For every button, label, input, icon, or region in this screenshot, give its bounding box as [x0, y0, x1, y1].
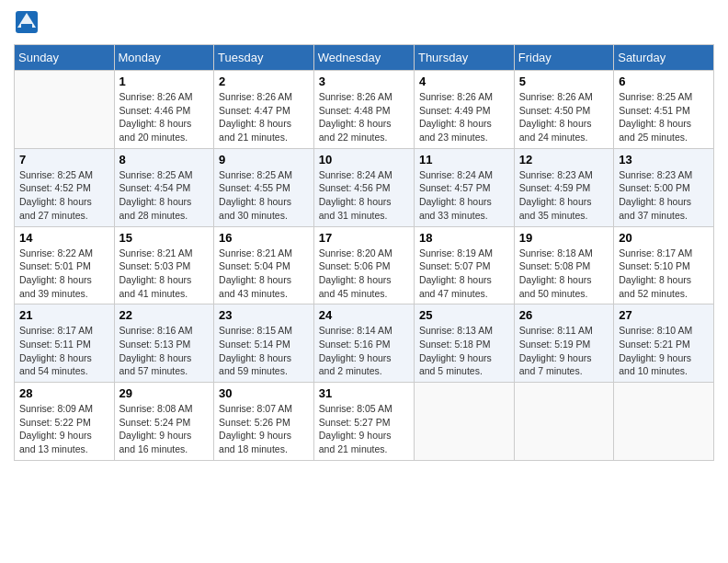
calendar-cell: [414, 383, 514, 461]
day-info: Sunrise: 8:07 AMSunset: 5:26 PMDaylight:…: [219, 402, 309, 456]
calendar-cell: 10Sunrise: 8:24 AMSunset: 4:56 PMDayligh…: [313, 148, 414, 226]
day-number: 11: [419, 153, 509, 167]
day-info: Sunrise: 8:19 AMSunset: 5:07 PMDaylight:…: [419, 247, 509, 301]
day-info: Sunrise: 8:11 AMSunset: 5:19 PMDaylight:…: [519, 324, 609, 378]
calendar-cell: 30Sunrise: 8:07 AMSunset: 5:26 PMDayligh…: [214, 383, 314, 461]
calendar-cell: 27Sunrise: 8:10 AMSunset: 5:21 PMDayligh…: [614, 304, 714, 383]
day-number: 22: [119, 308, 210, 322]
calendar-cell: 24Sunrise: 8:14 AMSunset: 5:16 PMDayligh…: [313, 304, 414, 383]
day-info: Sunrise: 8:26 AMSunset: 4:49 PMDaylight:…: [419, 90, 509, 144]
day-header-friday: Friday: [514, 45, 614, 71]
day-number: 15: [119, 231, 210, 245]
calendar-week-row: 14Sunrise: 8:22 AMSunset: 5:01 PMDayligh…: [15, 226, 714, 304]
day-info: Sunrise: 8:08 AMSunset: 5:24 PMDaylight:…: [119, 402, 210, 456]
calendar-cell: 15Sunrise: 8:21 AMSunset: 5:03 PMDayligh…: [114, 226, 214, 304]
page-header: [14, 9, 714, 35]
calendar-cell: 3Sunrise: 8:26 AMSunset: 4:48 PMDaylight…: [313, 71, 414, 149]
day-header-thursday: Thursday: [414, 45, 514, 71]
calendar-cell: 14Sunrise: 8:22 AMSunset: 5:01 PMDayligh…: [15, 226, 115, 304]
day-number: 30: [219, 386, 309, 400]
day-number: 10: [319, 153, 409, 167]
day-number: 23: [219, 308, 309, 322]
day-info: Sunrise: 8:26 AMSunset: 4:46 PMDaylight:…: [119, 90, 210, 144]
day-info: Sunrise: 8:21 AMSunset: 5:03 PMDaylight:…: [119, 247, 210, 301]
day-number: 27: [619, 308, 709, 322]
day-number: 1: [119, 75, 210, 88]
day-header-monday: Monday: [114, 45, 214, 71]
day-info: Sunrise: 8:23 AMSunset: 5:00 PMDaylight:…: [619, 168, 709, 223]
day-number: 24: [319, 308, 409, 322]
day-header-sunday: Sunday: [15, 45, 115, 71]
day-info: Sunrise: 8:17 AMSunset: 5:11 PMDaylight:…: [19, 324, 109, 378]
day-info: Sunrise: 8:26 AMSunset: 4:50 PMDaylight:…: [519, 90, 609, 144]
day-number: 2: [219, 75, 309, 88]
day-info: Sunrise: 8:25 AMSunset: 4:52 PMDaylight:…: [19, 168, 109, 223]
calendar-cell: 19Sunrise: 8:18 AMSunset: 5:08 PMDayligh…: [514, 226, 614, 304]
calendar-week-row: 7Sunrise: 8:25 AMSunset: 4:52 PMDaylight…: [15, 148, 714, 226]
day-number: 12: [519, 153, 609, 167]
day-info: Sunrise: 8:14 AMSunset: 5:16 PMDaylight:…: [319, 324, 409, 378]
day-number: 14: [19, 231, 109, 245]
calendar-week-row: 1Sunrise: 8:26 AMSunset: 4:46 PMDaylight…: [15, 71, 714, 149]
calendar-cell: 11Sunrise: 8:24 AMSunset: 4:57 PMDayligh…: [414, 148, 514, 226]
day-info: Sunrise: 8:18 AMSunset: 5:08 PMDaylight:…: [519, 247, 609, 301]
day-info: Sunrise: 8:09 AMSunset: 5:22 PMDaylight:…: [19, 402, 109, 456]
calendar-cell: 25Sunrise: 8:13 AMSunset: 5:18 PMDayligh…: [414, 304, 514, 383]
calendar-cell: 6Sunrise: 8:25 AMSunset: 4:51 PMDaylight…: [614, 71, 714, 149]
day-number: 8: [119, 153, 210, 167]
day-number: 19: [519, 231, 609, 245]
day-number: 26: [519, 308, 609, 322]
day-header-saturday: Saturday: [614, 45, 714, 71]
day-number: 7: [19, 153, 109, 167]
day-header-wednesday: Wednesday: [313, 45, 414, 71]
calendar-cell: 20Sunrise: 8:17 AMSunset: 5:10 PMDayligh…: [614, 226, 714, 304]
day-info: Sunrise: 8:25 AMSunset: 4:55 PMDaylight:…: [219, 168, 309, 223]
calendar-cell: 12Sunrise: 8:23 AMSunset: 4:59 PMDayligh…: [514, 148, 614, 226]
day-info: Sunrise: 8:05 AMSunset: 5:27 PMDaylight:…: [319, 402, 409, 456]
day-number: 6: [619, 75, 709, 88]
calendar-cell: 4Sunrise: 8:26 AMSunset: 4:49 PMDaylight…: [414, 71, 514, 149]
calendar-cell: 18Sunrise: 8:19 AMSunset: 5:07 PMDayligh…: [414, 226, 514, 304]
calendar-cell: 5Sunrise: 8:26 AMSunset: 4:50 PMDaylight…: [514, 71, 614, 149]
day-info: Sunrise: 8:16 AMSunset: 5:13 PMDaylight:…: [119, 324, 210, 378]
day-number: 20: [619, 231, 709, 245]
day-number: 3: [319, 75, 409, 88]
calendar-cell: 31Sunrise: 8:05 AMSunset: 5:27 PMDayligh…: [313, 383, 414, 461]
calendar-week-row: 28Sunrise: 8:09 AMSunset: 5:22 PMDayligh…: [15, 383, 714, 461]
day-info: Sunrise: 8:20 AMSunset: 5:06 PMDaylight:…: [319, 247, 409, 301]
day-info: Sunrise: 8:23 AMSunset: 4:59 PMDaylight:…: [519, 168, 609, 223]
svg-rect-2: [21, 24, 32, 29]
day-number: 9: [219, 153, 309, 167]
day-number: 25: [419, 308, 509, 322]
day-info: Sunrise: 8:26 AMSunset: 4:47 PMDaylight:…: [219, 90, 309, 144]
day-info: Sunrise: 8:25 AMSunset: 4:51 PMDaylight:…: [619, 90, 709, 144]
day-number: 16: [219, 231, 309, 245]
day-number: 5: [519, 75, 609, 88]
day-info: Sunrise: 8:25 AMSunset: 4:54 PMDaylight:…: [119, 168, 210, 223]
calendar-cell: 13Sunrise: 8:23 AMSunset: 5:00 PMDayligh…: [614, 148, 714, 226]
calendar-cell: 2Sunrise: 8:26 AMSunset: 4:47 PMDaylight…: [214, 71, 314, 149]
calendar-header-row: SundayMondayTuesdayWednesdayThursdayFrid…: [15, 45, 714, 71]
calendar-cell: 7Sunrise: 8:25 AMSunset: 4:52 PMDaylight…: [15, 148, 115, 226]
day-info: Sunrise: 8:17 AMSunset: 5:10 PMDaylight:…: [619, 247, 709, 301]
calendar-table: SundayMondayTuesdayWednesdayThursdayFrid…: [14, 44, 714, 461]
calendar-cell: 28Sunrise: 8:09 AMSunset: 5:22 PMDayligh…: [15, 383, 115, 461]
calendar-cell: 21Sunrise: 8:17 AMSunset: 5:11 PMDayligh…: [15, 304, 115, 383]
day-info: Sunrise: 8:21 AMSunset: 5:04 PMDaylight:…: [219, 247, 309, 301]
day-header-tuesday: Tuesday: [214, 45, 314, 71]
day-number: 29: [119, 386, 210, 400]
calendar-cell: 16Sunrise: 8:21 AMSunset: 5:04 PMDayligh…: [214, 226, 314, 304]
logo-icon: [14, 9, 40, 35]
day-info: Sunrise: 8:22 AMSunset: 5:01 PMDaylight:…: [19, 247, 109, 301]
day-number: 21: [19, 308, 109, 322]
day-info: Sunrise: 8:24 AMSunset: 4:57 PMDaylight:…: [419, 168, 509, 223]
day-info: Sunrise: 8:26 AMSunset: 4:48 PMDaylight:…: [319, 90, 409, 144]
calendar-cell: [514, 383, 614, 461]
calendar-cell: 22Sunrise: 8:16 AMSunset: 5:13 PMDayligh…: [114, 304, 214, 383]
day-info: Sunrise: 8:15 AMSunset: 5:14 PMDaylight:…: [219, 324, 309, 378]
calendar-cell: 9Sunrise: 8:25 AMSunset: 4:55 PMDaylight…: [214, 148, 314, 226]
calendar-cell: [614, 383, 714, 461]
calendar-cell: [15, 71, 115, 149]
logo: [14, 9, 43, 35]
calendar-cell: 26Sunrise: 8:11 AMSunset: 5:19 PMDayligh…: [514, 304, 614, 383]
